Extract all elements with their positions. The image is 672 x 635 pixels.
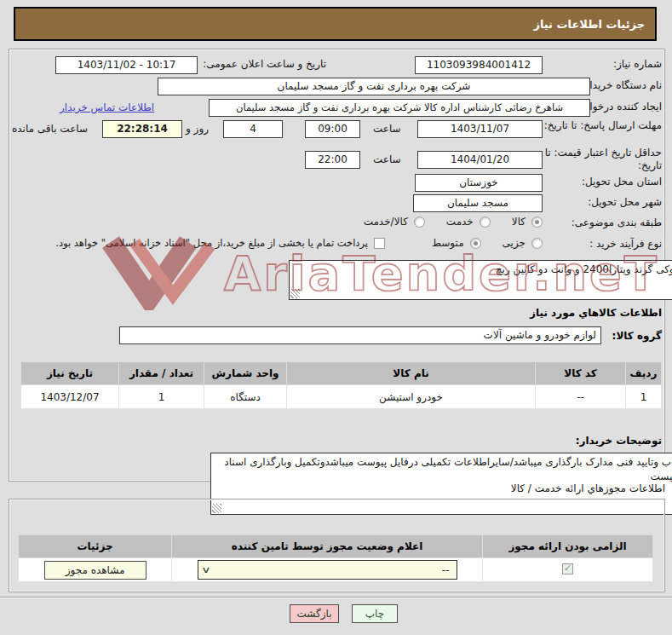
countdown-label: ساعت باقی مانده bbox=[12, 123, 88, 135]
page-title-bar: جزئیات اطلاعات نیاز bbox=[14, 7, 657, 41]
announce-datetime-value[interactable]: 1403/11/02 - 10:17 bbox=[55, 56, 198, 74]
classification-option-1-label: خدمت bbox=[446, 216, 474, 228]
buyer-org-value[interactable]: شرکت بهره برداری نفت و گاز مسجد سلیمان bbox=[158, 78, 590, 95]
creator-value[interactable]: شاهرخ رضائی کارشناس اداره کالا شرکت بهره… bbox=[209, 99, 590, 117]
footer-divider bbox=[0, 597, 672, 598]
buyer-notes-text: ملاک انتخاب وتایید فنی مدارک بارگذاری می… bbox=[224, 456, 672, 482]
permits-col-status: اعلام وضعیت مجوز توسط تامین کننده bbox=[172, 535, 483, 558]
permit-status-select[interactable]: -- v bbox=[198, 560, 457, 580]
tender-detail-page: { "header": { "title": "جزئیات اطلاعات ن… bbox=[0, 0, 672, 635]
permits-section-title: اطلاعات مجوزهاي ارائه خدمت / کالا bbox=[511, 482, 665, 494]
delivery-city-label: شهر محل تحویل: bbox=[588, 196, 662, 208]
classification-radio-2[interactable] bbox=[414, 216, 425, 228]
classification-radio-0[interactable] bbox=[531, 216, 543, 228]
remaining-days-value: 4 bbox=[223, 120, 283, 138]
reply-deadline-time[interactable]: 09:00 bbox=[305, 120, 360, 138]
permit-status-cell: -- v bbox=[172, 558, 483, 582]
countdown-timer: 22:28:14 bbox=[102, 120, 182, 138]
goods-row-qty: 1 bbox=[119, 385, 204, 409]
goods-col-code: کد کالا bbox=[536, 362, 626, 385]
permits-col-required: الزامی بودن ارائه مجوز bbox=[483, 535, 653, 558]
goods-row-name: خودرو استیشن bbox=[287, 385, 536, 409]
price-validity-hour-label: ساعت bbox=[373, 153, 401, 165]
goods-table-row: 1 -- خودرو استیشن دستگاه 1 1403/12/07 bbox=[21, 385, 662, 409]
permits-table: الزامی بودن ارائه مجوز اعلام وضعیت مجوز … bbox=[19, 534, 653, 582]
permit-required-checkbox[interactable] bbox=[562, 563, 573, 574]
need-description-textarea[interactable]: قطعات یدکی سوزوکی گرند ویتارا2400 و وانت… bbox=[289, 260, 672, 300]
chevron-down-icon: v bbox=[202, 565, 209, 574]
permit-status-value: -- bbox=[442, 564, 450, 576]
reply-deadline-date[interactable]: 1403/11/07 bbox=[417, 120, 543, 138]
goods-section-title: اطلاعات کالاهاي مورد نياز bbox=[530, 307, 662, 319]
classification-radio-1[interactable] bbox=[480, 216, 491, 228]
goods-row-code: -- bbox=[536, 385, 626, 409]
goods-col-need-date: تاریخ نیاز bbox=[21, 362, 119, 385]
treasury-payment-checkbox[interactable] bbox=[374, 238, 385, 249]
classification-label: طبقه بندی موضوعی: bbox=[571, 216, 662, 228]
process-type-label: نوع فرآیند خرید : bbox=[589, 238, 662, 250]
process-type-radio-1[interactable] bbox=[470, 238, 481, 249]
process-type-radio-0[interactable] bbox=[531, 238, 543, 249]
goods-row-unit: دستگاه bbox=[204, 385, 287, 409]
delivery-city-value[interactable]: مسجد سلیمان bbox=[413, 194, 543, 212]
back-button[interactable]: بازگشت bbox=[290, 604, 339, 623]
goods-row-need-date: 1403/12/07 bbox=[21, 385, 119, 409]
permits-table-header-row: الزامی بودن ارائه مجوز اعلام وضعیت مجوز … bbox=[19, 535, 653, 558]
price-validity-time[interactable]: 22:00 bbox=[305, 151, 360, 169]
treasury-payment-row: پرداخت تمام یا بخشی از مبلغ خرید،از محل … bbox=[44, 237, 385, 249]
buyer-contact-link[interactable]: اطلاعات تماس خریدار bbox=[60, 101, 154, 113]
goods-table: ردیف کد کالا نام کالا واحد شمارش تعداد /… bbox=[21, 361, 662, 409]
goods-group-label: گروه کالا: bbox=[612, 330, 662, 342]
goods-row-index: 1 bbox=[626, 385, 662, 409]
goods-table-header-row: ردیف کد کالا نام کالا واحد شمارش تعداد /… bbox=[21, 362, 662, 385]
classification-options: کالا خدمت کالا/خدمت bbox=[348, 216, 543, 228]
reply-deadline-hour-label: ساعت bbox=[373, 123, 401, 135]
print-button[interactable]: چاپ bbox=[352, 604, 398, 623]
process-type-options: جزیی متوسط bbox=[416, 237, 543, 249]
buyer-org-label: نام دستگاه خریدار: bbox=[582, 79, 663, 91]
buyer-notes-label: توضیحات خریدار: bbox=[576, 435, 662, 447]
goods-col-row: ردیف bbox=[626, 362, 662, 385]
reply-deadline-label: مهلت ارسال پاسخ: تا تاریخ: bbox=[543, 119, 662, 132]
permits-col-details: جزئیات bbox=[19, 535, 172, 558]
announce-datetime-label: تاریخ و ساعت اعلان عمومی: bbox=[203, 58, 326, 70]
resize-grip-icon[interactable] bbox=[290, 289, 300, 298]
goods-col-unit: واحد شمارش bbox=[204, 362, 287, 385]
permits-table-row: -- v مشاهده مجوز bbox=[19, 558, 653, 582]
process-type-option-1-label: متوسط bbox=[432, 237, 464, 249]
view-permit-button[interactable]: مشاهده مجوز bbox=[44, 561, 146, 580]
price-validity-date[interactable]: 1404/01/20 bbox=[417, 151, 543, 169]
treasury-payment-label: پرداخت تمام یا بخشی از مبلغ خرید،از محل … bbox=[55, 237, 368, 249]
need-description-text: قطعات یدکی سوزوکی گرند ویتارا2400 و وانت… bbox=[496, 263, 672, 275]
permit-details-cell: مشاهده مجوز bbox=[19, 558, 172, 582]
classification-option-0-label: کالا bbox=[512, 216, 526, 228]
permit-required-cell bbox=[483, 558, 653, 582]
need-number-label: شماره نیاز: bbox=[613, 58, 662, 70]
delivery-province-value[interactable]: خوزستان bbox=[415, 174, 543, 192]
page-title: جزئیات اطلاعات نیاز bbox=[533, 18, 645, 31]
process-type-option-0-label: جزیی bbox=[503, 237, 526, 249]
goods-col-name: نام کالا bbox=[287, 362, 536, 385]
classification-option-2-label: کالا/خدمت bbox=[364, 216, 408, 228]
need-number-value[interactable]: 1103093984001412 bbox=[415, 56, 543, 74]
delivery-province-label: استان محل تحویل: bbox=[582, 176, 662, 188]
goods-col-qty: تعداد / مقدار bbox=[119, 362, 204, 385]
remaining-days-label: روز و bbox=[186, 123, 209, 135]
goods-group-value[interactable]: لوازم خودرو و ماشین آلات bbox=[119, 326, 601, 344]
price-validity-label: حداقل تاریخ اعتبار قیمت: تا تاریخ: bbox=[530, 147, 662, 172]
